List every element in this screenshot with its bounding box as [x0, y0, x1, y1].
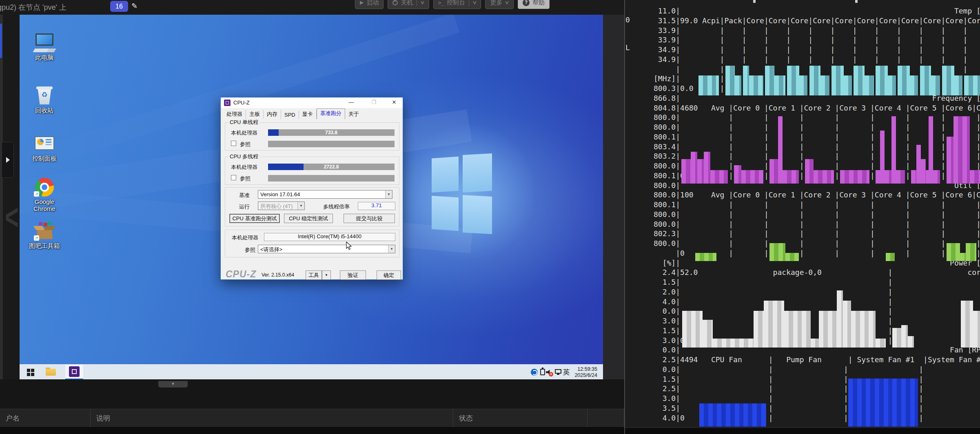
- file-explorer-button[interactable]: [42, 365, 60, 380]
- antivirus-tray-icon[interactable]: [531, 369, 538, 376]
- table-column-extra[interactable]: [588, 409, 624, 427]
- frequency-bar: [778, 116, 783, 184]
- monitoring-terminal: 11.0| Temp [ 31.5|99.0 Acpi|Pack|Core|Co…: [624, 0, 980, 434]
- network-tray-icon[interactable]: [555, 369, 561, 374]
- frequency-bar: [840, 170, 869, 184]
- edit-pencil-icon[interactable]: ✎: [131, 2, 137, 11]
- 关机-button[interactable]: 关机∨: [388, 0, 429, 9]
- close-icon[interactable]: ✕: [388, 99, 400, 106]
- chrome-icon: ↗: [34, 178, 55, 197]
- ok-button[interactable]: 确定: [377, 270, 401, 280]
- play-icon: ▶: [360, 0, 364, 5]
- validate-button[interactable]: 验证: [340, 270, 366, 280]
- vm-id-badge: 16: [110, 1, 128, 12]
- power-bar: [961, 301, 973, 348]
- terminal-row: |0 | | | | | | | |: [627, 248, 980, 258]
- benchmark-button[interactable]: CPU 基准跑分测试: [229, 214, 280, 223]
- 启动-button[interactable]: ▶启动: [355, 0, 384, 9]
- desktop-icon-computer[interactable]: 此电脑: [25, 33, 64, 61]
- benchmark-version-label: 基准: [239, 192, 250, 199]
- fan-bar: [699, 403, 767, 427]
- table-column-户名[interactable]: 户名: [0, 409, 91, 427]
- cpu-name-field: Intel(R) Core(TM) i5-14400: [264, 233, 395, 241]
- temp-bar: [898, 66, 910, 95]
- chevron-down-icon: ▼: [297, 202, 304, 210]
- minimize-icon[interactable]: —: [345, 99, 357, 106]
- reference-select[interactable]: <请选择> ▼: [258, 245, 395, 253]
- terminal-row: 800.0| | | | | | | | |: [627, 113, 980, 122]
- frequency-bar: [734, 165, 741, 184]
- submit-compare-button[interactable]: 提交与比较: [344, 214, 395, 223]
- tab-内存[interactable]: 内存: [264, 110, 281, 119]
- desktop-icon-control[interactable]: 控制面板: [25, 135, 64, 162]
- cpuz-window: CPU-Z — ❐ ✕ 处理器主板内存SPD显卡基准跑分关于 CPU 单线程 本…: [220, 97, 403, 280]
- button-label: 关机: [401, 0, 413, 7]
- power-bar: [764, 301, 784, 348]
- frequency-bar: [885, 170, 892, 184]
- icon-label: 图吧工具箱: [25, 242, 64, 249]
- desktop-icon-recycle[interactable]: ♻回收站: [25, 86, 64, 114]
- tab-主板[interactable]: 主板: [246, 110, 264, 119]
- terminal-row: 800.0| | | | | | | | |: [627, 161, 980, 170]
- temp-bar: [888, 75, 896, 95]
- chevron-down-icon: ∨: [420, 0, 425, 5]
- frequency-bar: [681, 159, 691, 184]
- single-reference-checkbox[interactable]: [231, 141, 236, 146]
- power-bar: [892, 328, 901, 348]
- tools-button[interactable]: 工具: [306, 270, 322, 280]
- tab-基准跑分[interactable]: 基准跑分: [317, 108, 345, 119]
- tools-dropdown-icon[interactable]: ▼: [322, 270, 331, 280]
- maximize-icon[interactable]: ❐: [368, 99, 380, 106]
- task-table-body: [0, 427, 624, 434]
- temp-bar: [865, 75, 874, 95]
- usb-tray-icon[interactable]: [540, 369, 545, 375]
- temp-bar: [774, 75, 785, 95]
- chevron-down-icon: ▼: [388, 245, 395, 253]
- multi-score-bar: 2722.8: [268, 164, 395, 170]
- power-bar: [843, 301, 851, 348]
- tab-SPD[interactable]: SPD: [281, 111, 299, 119]
- terminal-clipped-mark: [855, 0, 858, 3]
- 更多-button[interactable]: 更多∨: [485, 0, 514, 9]
- multi-score-value: 2722.8: [268, 164, 395, 170]
- temp-bar: [735, 75, 741, 95]
- temp-bar: [831, 66, 844, 95]
- temp-bar: [743, 66, 749, 95]
- 帮助-button[interactable]: ?帮助: [518, 0, 550, 9]
- taskbar-clock[interactable]: 12:59:35 2025/6/24: [569, 366, 597, 378]
- tab-处理器[interactable]: 处理器: [223, 110, 246, 119]
- desktop-icon-chrome[interactable]: ↗Google Chrome: [25, 178, 64, 212]
- cpuz-taskbar-button[interactable]: [65, 365, 83, 380]
- multi-reference-checkbox[interactable]: [231, 175, 236, 180]
- temp-bar: [844, 75, 852, 95]
- icon-label: 控制面板: [25, 155, 64, 162]
- tab-关于[interactable]: 关于: [345, 110, 362, 119]
- cpuz-titlebar[interactable]: CPU-Z — ❐ ✕: [221, 97, 403, 108]
- power-bar: [819, 311, 837, 348]
- benchmark-version-select[interactable]: Version 17.01.64 ▼: [258, 190, 392, 199]
- temp-bar: [942, 66, 954, 95]
- temp-bar: [954, 75, 962, 95]
- desktop-icon-toolbox[interactable]: ↗图吧工具箱: [25, 222, 64, 249]
- novnc-panel-handle[interactable]: [2, 142, 14, 178]
- terminal-row: 31.5|99.0 Acpi|Pack|Core|Core|Core|Core|…: [627, 16, 980, 25]
- power-bar: [901, 325, 907, 348]
- temp-bar: [910, 75, 918, 95]
- table-column-说明[interactable]: 说明: [91, 409, 453, 427]
- panel-collapse-tab[interactable]: ▼: [158, 381, 188, 388]
- prev-chevron-icon[interactable]: <: [5, 196, 19, 237]
- stress-test-button[interactable]: CPU 稳定性测试: [284, 214, 333, 223]
- 控制台-button[interactable]: >_控制台∨: [433, 0, 481, 9]
- table-column-状态[interactable]: 状态: [453, 409, 588, 427]
- tab-显卡[interactable]: 显卡: [299, 110, 317, 119]
- terminal-row: 800.0| | | | | | | | |: [627, 210, 980, 219]
- ratio-value: 3.71: [358, 202, 395, 210]
- cpuz-title: CPU-Z: [233, 100, 250, 106]
- temp-bar: [749, 75, 763, 95]
- start-button[interactable]: [21, 365, 39, 380]
- frequency-bar: [741, 170, 763, 184]
- frequency-bar: [769, 159, 778, 184]
- terminal-clipped-char: 0: [625, 16, 630, 24]
- windows-start-icon: [27, 369, 30, 372]
- run-cores-select: 所有核心 (4T) ▼: [258, 202, 305, 210]
